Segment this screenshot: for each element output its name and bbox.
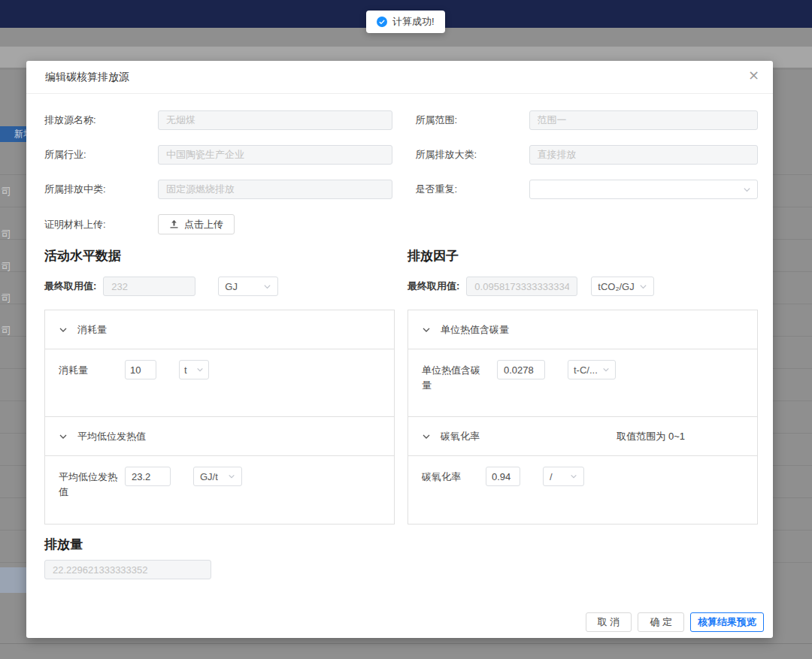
- activity-level-section: 活动水平数据 最终取用值: GJ: [44, 247, 395, 524]
- collapse-title: 碳氧化率: [441, 430, 480, 443]
- activity-collapse: 消耗量 消耗量 t: [44, 310, 395, 524]
- final-value-row: 最终取用值: tCO₂/GJ: [408, 277, 758, 296]
- form-row: 所属行业: 所属排放大类:: [44, 145, 758, 165]
- form-row: 所属排放中类: 是否重复:: [44, 180, 758, 199]
- chevron-down-icon: [743, 186, 751, 194]
- collapse-body-heating-value: 平均低位发热值 GJ/t: [45, 456, 394, 524]
- oxidation-rate-input[interactable]: [486, 467, 520, 486]
- upload-icon: [169, 219, 179, 229]
- select-value: /: [550, 471, 553, 482]
- industry-input: [158, 145, 392, 165]
- select-value: tCO₂/GJ: [598, 281, 634, 292]
- heating-value-input[interactable]: [125, 467, 171, 486]
- field-label: 证明材料上传:: [44, 218, 158, 231]
- field-medium-category: 所属排放中类:: [44, 180, 401, 199]
- close-icon[interactable]: ×: [748, 68, 759, 82]
- chevron-down-icon: [59, 432, 68, 441]
- collapse-body-consumption: 消耗量 t: [45, 349, 394, 417]
- data-sections: 活动水平数据 最终取用值: GJ: [44, 247, 758, 524]
- consumption-unit-select[interactable]: t: [179, 360, 209, 379]
- field-label: 是否重复:: [416, 183, 529, 196]
- field-is-duplicate: 是否重复:: [401, 180, 759, 199]
- select-value: GJ: [225, 281, 238, 292]
- factor-final-value-input: [466, 277, 577, 296]
- select-value: t: [184, 364, 187, 376]
- activity-final-unit-select[interactable]: GJ: [218, 277, 278, 296]
- section-title: 排放因子: [408, 247, 758, 265]
- modal-title: 编辑碳核算排放源: [45, 71, 129, 84]
- value-range-hint: 取值范围为 0~1: [617, 430, 685, 443]
- chevron-down-icon: [422, 432, 431, 441]
- collapse-header-oxidation-rate[interactable]: 碳氧化率 取值范围为 0~1: [408, 417, 757, 456]
- bg-table-cell: 司: [2, 260, 11, 274]
- field-label: 所属范围:: [416, 113, 529, 127]
- field-major-category: 所属排放大类:: [401, 145, 759, 165]
- success-check-icon: [377, 17, 387, 27]
- carbon-content-unit-select[interactable]: t-C/...: [568, 360, 616, 379]
- scope-input: [529, 110, 759, 130]
- final-value-label: 最终取用值:: [408, 280, 459, 293]
- field-label: 所属排放中类:: [44, 183, 158, 196]
- heating-value-unit-select[interactable]: GJ/t: [193, 467, 242, 486]
- modal-footer: 取 消 确 定 核算结果预览: [586, 612, 764, 632]
- cancel-button[interactable]: 取 消: [586, 612, 632, 632]
- form-row: 排放源名称: 所属范围:: [44, 110, 758, 130]
- row-label: 单位热值含碳量: [422, 360, 482, 393]
- collapse-header-carbon-content[interactable]: 单位热值含碳量: [408, 310, 757, 349]
- row-label: 平均低位发热值: [59, 467, 125, 500]
- emission-factor-section: 排放因子 最终取用值: tCO₂/GJ: [408, 247, 758, 524]
- chevron-down-icon: [570, 473, 577, 480]
- bg-table-cell: 司: [2, 228, 11, 241]
- collapse-title: 单位热值含碳量: [441, 323, 509, 337]
- section-title: 活动水平数据: [44, 247, 395, 265]
- final-value-row: 最终取用值: GJ: [44, 277, 395, 296]
- field-label: 所属行业:: [44, 148, 158, 162]
- preview-result-button[interactable]: 核算结果预览: [690, 612, 764, 632]
- carbon-content-input[interactable]: [497, 360, 545, 379]
- confirm-button[interactable]: 确 定: [638, 612, 684, 632]
- bg-bottom-line: [0, 643, 812, 644]
- select-value: t-C/...: [574, 364, 598, 376]
- row-label: 消耗量: [59, 360, 125, 378]
- is-duplicate-select[interactable]: [529, 180, 759, 199]
- form-row: 证明材料上传: 点击上传: [44, 214, 758, 234]
- collapse-header-consumption[interactable]: 消耗量: [45, 310, 394, 349]
- final-value-label: 最终取用值:: [44, 280, 96, 293]
- chevron-down-icon: [263, 283, 271, 291]
- activity-final-value-input: [103, 277, 195, 296]
- chevron-down-icon: [602, 366, 610, 373]
- upload-button[interactable]: 点击上传: [158, 214, 235, 234]
- collapse-title: 消耗量: [77, 323, 107, 337]
- bg-table-cell: 司: [2, 324, 11, 337]
- modal-body: 排放源名称: 所属范围: 所属行业: 所属排放大类: 所属排放中类:: [26, 94, 773, 579]
- collapse-body-carbon-content: 单位热值含碳量 t-C/...: [408, 349, 757, 417]
- field-scope: 所属范围:: [401, 110, 759, 130]
- chevron-down-icon: [196, 366, 204, 373]
- row-label: 碳氧化率: [422, 467, 482, 485]
- field-label: 排放源名称:: [44, 113, 158, 127]
- medium-category-input: [158, 180, 392, 199]
- field-industry: 所属行业:: [44, 145, 401, 165]
- collapse-body-oxidation-rate: 碳氧化率 /: [408, 456, 757, 524]
- oxidation-rate-unit-select[interactable]: /: [543, 467, 584, 486]
- factor-collapse: 单位热值含碳量 单位热值含碳量 t-C/...: [408, 310, 758, 524]
- emission-amount-title: 排放量: [44, 536, 758, 553]
- select-value: GJ/t: [200, 471, 218, 482]
- chevron-down-icon: [59, 325, 68, 334]
- emission-amount-input: [44, 560, 211, 579]
- collapse-header-heating-value[interactable]: 平均低位发热值: [45, 417, 394, 456]
- chevron-down-icon: [228, 473, 235, 480]
- chevron-down-icon: [422, 325, 431, 334]
- field-label: 所属排放大类:: [416, 148, 529, 162]
- upload-button-label: 点击上传: [184, 218, 223, 231]
- chevron-down-icon: [639, 283, 647, 291]
- toast-message: 计算成功!: [392, 15, 435, 29]
- consumption-input[interactable]: [125, 360, 156, 379]
- collapse-title: 平均低位发热值: [77, 430, 146, 443]
- field-upload: 证明材料上传: 点击上传: [44, 214, 401, 234]
- factor-final-unit-select[interactable]: tCO₂/GJ: [591, 277, 654, 296]
- bg-table-cell: 司: [2, 292, 11, 305]
- edit-emission-source-modal: 编辑碳核算排放源 × 排放源名称: 所属范围: 所属行业: 所属排放大类:: [26, 61, 773, 638]
- source-name-input: [158, 110, 392, 130]
- major-category-input: [529, 145, 759, 165]
